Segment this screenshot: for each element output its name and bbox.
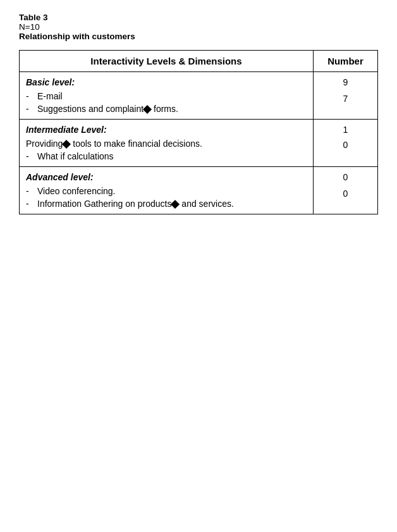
table-header-row: Interactivity Levels & Dimensions Number [20,51,378,72]
whatif-label: What if calculations [37,151,307,161]
table-caption: Table 3 N=10 Relationship with customers [19,13,378,41]
intermediate-number-cell: 10 [313,120,377,167]
advanced-number-cell: 00 [313,167,377,214]
email-label: E-mail [37,91,307,101]
basic-section-number: 9 [320,77,371,87]
table-n: N=10 [19,22,378,32]
header-col2: Number [313,51,377,72]
advanced-main-cell: Advanced level:-Video conferencing.-Info… [20,167,314,214]
suggestions-label: Suggestions and complaint forms. [37,104,307,114]
video-number: 0 [320,189,371,199]
intermediate-section-number: 1 [320,125,371,135]
table-subtitle: Relationship with customers [19,32,378,41]
bullet-icon: - [26,186,37,196]
bullet-icon: - [26,91,37,101]
bullet-icon: - [26,199,37,209]
video-label: Video conferencing. [37,186,307,196]
basic-level-header: Basic level: [26,77,307,87]
diamond-icon [143,105,152,114]
intermediate-level-header: Intermediate Level: [26,125,307,135]
email-item: -E-mail [26,91,307,101]
diamond-icon [171,200,180,209]
whatif-item: -What if calculations [26,151,307,161]
bullet-icon: - [26,104,37,114]
advanced-level-header: Advanced level: [26,172,307,182]
email-number: 7 [320,94,371,104]
header-col1: Interactivity Levels & Dimensions [20,51,314,72]
intermediate-main-cell: Intermediate Level:Providing tools to ma… [20,120,314,167]
info-label: Information Gathering on products and se… [37,199,307,209]
basic-number-cell: 97 [313,72,377,120]
basic-main-cell: Basic level:-E-mail-Suggestions and comp… [20,72,314,120]
bullet-icon: - [26,151,37,161]
diamond-icon [62,140,71,149]
table-row-basic: Basic level:-E-mail-Suggestions and comp… [20,72,378,120]
providing-text: Providing tools to make financial decisi… [26,139,307,149]
main-table: Interactivity Levels & Dimensions Number… [19,50,378,214]
info-item: -Information Gathering on products and s… [26,199,307,209]
video-item: -Video conferencing. [26,186,307,196]
table-row-advanced: Advanced level:-Video conferencing.-Info… [20,167,378,214]
providing-number: 0 [320,140,371,150]
table-label: Table 3 [19,13,378,22]
advanced-section-number: 0 [320,172,371,182]
suggestions-item: -Suggestions and complaint forms. [26,104,307,114]
table-row-intermediate: Intermediate Level:Providing tools to ma… [20,120,378,167]
